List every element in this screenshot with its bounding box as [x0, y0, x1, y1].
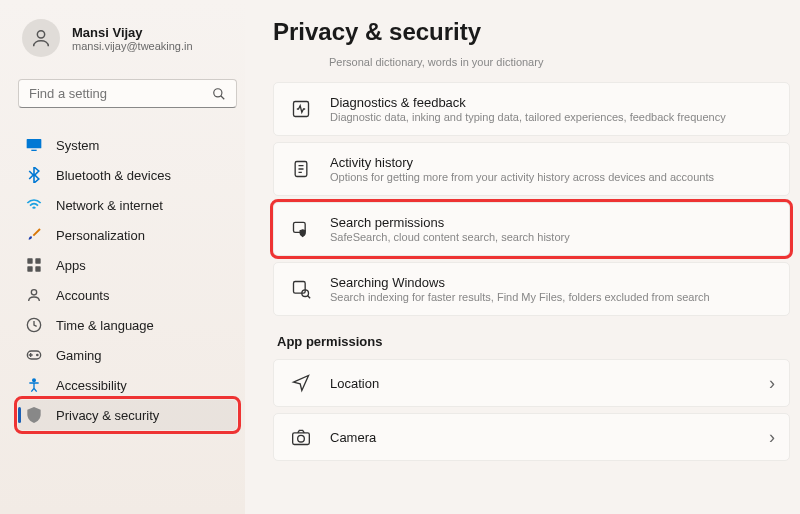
location-icon [290, 372, 312, 394]
nav-list: System Bluetooth & devices Network & int… [18, 130, 237, 430]
card-desc: Options for getting more from your activ… [330, 171, 773, 183]
search-box[interactable] [18, 79, 237, 108]
svg-point-12 [37, 354, 38, 355]
nav-label: Accounts [56, 288, 109, 303]
card-activity-history[interactable]: Activity history Options for getting mor… [273, 142, 790, 196]
nav-label: Time & language [56, 318, 154, 333]
card-location[interactable]: Location [273, 359, 790, 407]
shield-icon [26, 407, 42, 423]
search-input[interactable] [29, 86, 212, 101]
accounts-icon [26, 287, 42, 303]
person-icon [30, 27, 52, 49]
card-desc: Diagnostic data, inking and typing data,… [330, 111, 773, 123]
avatar [22, 19, 60, 57]
nav-accounts[interactable]: Accounts [18, 280, 237, 310]
nav-label: Bluetooth & devices [56, 168, 171, 183]
gaming-icon [26, 347, 42, 363]
svg-rect-19 [293, 433, 310, 445]
brush-icon [26, 227, 42, 243]
nav-accessibility[interactable]: Accessibility [18, 370, 237, 400]
nav-label: Apps [56, 258, 86, 273]
user-name: Mansi Vijay [72, 25, 193, 40]
nav-time-language[interactable]: Time & language [18, 310, 237, 340]
nav-bluetooth[interactable]: Bluetooth & devices [18, 160, 237, 190]
svg-line-2 [221, 95, 225, 99]
nav-gaming[interactable]: Gaming [18, 340, 237, 370]
card-diagnostics[interactable]: Diagnostics & feedback Diagnostic data, … [273, 82, 790, 136]
user-email: mansi.vijay@tweaking.in [72, 40, 193, 52]
card-title: Camera [330, 430, 773, 445]
nav-personalization[interactable]: Personalization [18, 220, 237, 250]
bluetooth-icon [26, 167, 42, 183]
nav-network[interactable]: Network & internet [18, 190, 237, 220]
search-window-icon [290, 278, 312, 300]
clock-icon [26, 317, 42, 333]
svg-point-20 [298, 435, 305, 442]
nav-label: Personalization [56, 228, 145, 243]
card-search-permissions[interactable]: Search permissions SafeSearch, cloud con… [273, 202, 790, 256]
nav-label: Network & internet [56, 198, 163, 213]
nav-apps[interactable]: Apps [18, 250, 237, 280]
search-icon [212, 87, 226, 101]
svg-point-13 [33, 379, 36, 382]
svg-rect-5 [27, 258, 32, 263]
main-content: Privacy & security Personal dictionary, … [245, 0, 800, 514]
nav-privacy-security[interactable]: Privacy & security [18, 400, 237, 430]
nav-label: Privacy & security [56, 408, 159, 423]
svg-point-9 [31, 290, 36, 295]
card-desc: Search indexing for faster results, Find… [330, 291, 773, 303]
svg-rect-17 [294, 282, 306, 294]
svg-point-1 [214, 88, 222, 96]
sidebar: Mansi Vijay mansi.vijay@tweaking.in Syst… [0, 0, 245, 514]
svg-rect-7 [27, 266, 32, 271]
card-title: Search permissions [330, 215, 773, 230]
partial-card-desc: Personal dictionary, words in your dicti… [329, 56, 790, 68]
svg-rect-4 [31, 150, 36, 151]
card-title: Searching Windows [330, 275, 773, 290]
nav-label: Accessibility [56, 378, 127, 393]
page-title: Privacy & security [273, 18, 790, 46]
search-shield-icon [290, 218, 312, 240]
system-icon [26, 137, 42, 153]
user-account[interactable]: Mansi Vijay mansi.vijay@tweaking.in [18, 15, 237, 61]
nav-label: System [56, 138, 99, 153]
card-desc: SafeSearch, cloud content search, search… [330, 231, 773, 243]
card-title: Diagnostics & feedback [330, 95, 773, 110]
section-header: App permissions [277, 334, 790, 349]
card-title: Location [330, 376, 773, 391]
camera-icon [290, 426, 312, 448]
card-camera[interactable]: Camera [273, 413, 790, 461]
nav-system[interactable]: System [18, 130, 237, 160]
svg-rect-6 [35, 258, 40, 263]
nav-label: Gaming [56, 348, 102, 363]
wifi-icon [26, 197, 42, 213]
svg-rect-8 [35, 266, 40, 271]
card-title: Activity history [330, 155, 773, 170]
card-searching-windows[interactable]: Searching Windows Search indexing for fa… [273, 262, 790, 316]
diagnostics-icon [290, 98, 312, 120]
history-icon [290, 158, 312, 180]
svg-rect-3 [27, 139, 42, 148]
svg-point-0 [37, 31, 44, 38]
apps-icon [26, 257, 42, 273]
accessibility-icon [26, 377, 42, 393]
